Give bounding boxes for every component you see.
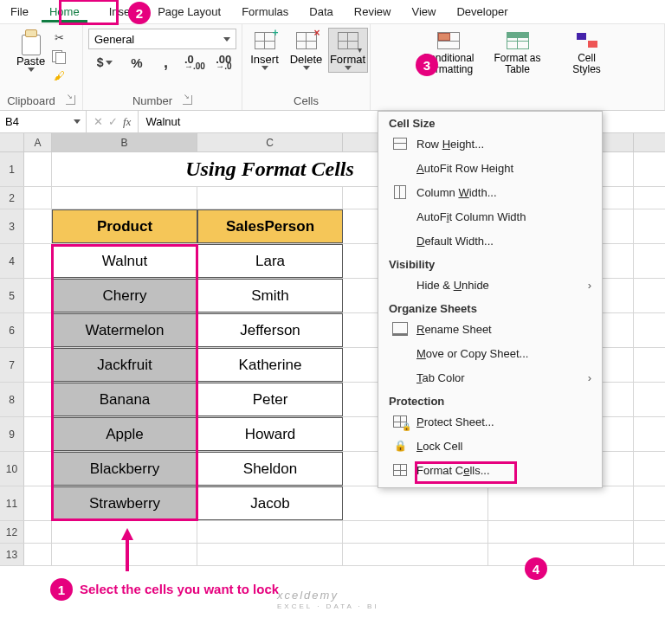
menu-move-copy[interactable]: Move or Copy Sheet... bbox=[378, 341, 602, 365]
cell[interactable] bbox=[24, 313, 52, 347]
menu-hide-unhide[interactable]: Hide & Unhide› bbox=[378, 273, 602, 297]
cell[interactable] bbox=[24, 209, 52, 243]
dialog-launcher-icon[interactable] bbox=[183, 95, 192, 105]
cell-product[interactable]: Blackberry bbox=[52, 452, 197, 486]
cell[interactable] bbox=[488, 486, 634, 520]
cell-product[interactable]: Watermelon bbox=[52, 313, 197, 347]
cell[interactable] bbox=[197, 544, 343, 565]
tab-view[interactable]: View bbox=[401, 0, 446, 23]
format-cells-button[interactable]: Format bbox=[328, 28, 368, 73]
cell[interactable] bbox=[52, 187, 197, 209]
row-head-4[interactable]: 4 bbox=[0, 244, 24, 278]
cell-salesperson[interactable]: Peter bbox=[197, 383, 343, 416]
cell[interactable] bbox=[24, 544, 52, 565]
menu-rename-sheet[interactable]: Rename Sheet bbox=[378, 317, 602, 341]
insert-cells-button[interactable]: Insert bbox=[245, 28, 285, 73]
row-head-1[interactable]: 1 bbox=[0, 152, 24, 186]
tab-home[interactable]: Home bbox=[39, 0, 90, 23]
cell-salesperson[interactable]: Jacob bbox=[197, 486, 343, 520]
select-all-box[interactable] bbox=[0, 133, 24, 151]
cell[interactable] bbox=[52, 544, 197, 565]
row-head-2[interactable]: 2 bbox=[0, 187, 24, 209]
cell[interactable] bbox=[24, 244, 52, 278]
header-product[interactable]: Product bbox=[52, 209, 197, 243]
cell[interactable] bbox=[24, 152, 52, 186]
menu-protect-sheet[interactable]: Protect Sheet... bbox=[378, 409, 602, 434]
cell[interactable] bbox=[24, 279, 52, 312]
percent-button[interactable] bbox=[124, 53, 149, 72]
menu-tab-color[interactable]: Tab Color› bbox=[378, 365, 602, 390]
increase-decimal-button[interactable]: .0→.00 bbox=[182, 53, 207, 72]
row-head-9[interactable]: 9 bbox=[0, 417, 24, 451]
row-head-8[interactable]: 8 bbox=[0, 383, 24, 416]
tab-data[interactable]: Data bbox=[299, 0, 343, 23]
tab-developer[interactable]: Developer bbox=[446, 0, 518, 23]
cell[interactable] bbox=[24, 452, 52, 486]
tab-formulas[interactable]: Formulas bbox=[231, 0, 299, 23]
cell-product[interactable]: Strawberry bbox=[52, 486, 197, 520]
cell-salesperson[interactable]: Lara bbox=[197, 244, 343, 278]
tab-file[interactable]: File bbox=[0, 0, 39, 23]
header-salesperson[interactable]: SalesPerson bbox=[197, 209, 343, 243]
row-head-3[interactable]: 3 bbox=[0, 209, 24, 243]
cell-salesperson[interactable]: Katherine bbox=[197, 348, 343, 382]
cell-salesperson[interactable]: Sheldon bbox=[197, 452, 343, 486]
cell-salesperson[interactable]: Smith bbox=[197, 279, 343, 312]
cell-product[interactable]: Cherry bbox=[52, 279, 197, 312]
delete-cells-button[interactable]: Delete bbox=[287, 28, 326, 73]
menu-row-height[interactable]: Row Height... bbox=[378, 132, 602, 156]
row-head-13[interactable]: 13 bbox=[0, 544, 24, 565]
menu-autofit-row[interactable]: AutoFit Row Height bbox=[378, 156, 602, 180]
cut-button[interactable] bbox=[50, 29, 68, 45]
tab-insert[interactable]: Insert bbox=[90, 0, 148, 23]
cell[interactable] bbox=[24, 486, 52, 520]
cell[interactable] bbox=[343, 521, 488, 543]
col-C[interactable]: C bbox=[197, 133, 343, 151]
number-format-select[interactable]: General bbox=[88, 29, 236, 49]
cell-product[interactable]: Jackfruit bbox=[52, 348, 197, 382]
cell[interactable] bbox=[343, 486, 488, 520]
menu-format-cells[interactable]: Format Cells... bbox=[378, 458, 602, 482]
cancel-formula-icon[interactable] bbox=[94, 115, 103, 128]
fx-label[interactable]: fx bbox=[123, 115, 131, 129]
row-head-5[interactable]: 5 bbox=[0, 279, 24, 312]
cell-product[interactable]: Apple bbox=[52, 417, 197, 451]
cell[interactable] bbox=[24, 383, 52, 416]
cell-salesperson[interactable]: Howard bbox=[197, 417, 343, 451]
cell[interactable] bbox=[24, 348, 52, 382]
cell[interactable] bbox=[488, 521, 634, 543]
comma-style-button[interactable] bbox=[153, 53, 178, 72]
currency-button[interactable] bbox=[88, 53, 120, 72]
cell[interactable] bbox=[24, 521, 52, 543]
row-head-11[interactable]: 11 bbox=[0, 486, 24, 520]
cell-product[interactable]: Walnut bbox=[52, 244, 197, 278]
cell[interactable] bbox=[197, 187, 343, 209]
tab-page-layout[interactable]: Page Layout bbox=[147, 0, 231, 23]
row-head-6[interactable]: 6 bbox=[0, 313, 24, 347]
decrease-decimal-button[interactable]: .00→.0 bbox=[211, 53, 236, 72]
row-head-10[interactable]: 10 bbox=[0, 452, 24, 486]
format-as-table-button[interactable]: Format as Table bbox=[484, 28, 552, 78]
name-box[interactable]: B4 bbox=[0, 111, 87, 132]
cell-product[interactable]: Banana bbox=[52, 383, 197, 416]
cell[interactable] bbox=[197, 521, 343, 543]
copy-button[interactable] bbox=[50, 48, 68, 64]
conditional-formatting-button[interactable]: Conditional Formatting bbox=[415, 28, 482, 78]
cell[interactable] bbox=[488, 544, 634, 565]
col-B[interactable]: B bbox=[52, 133, 197, 151]
format-painter-button[interactable] bbox=[50, 68, 68, 83]
cell[interactable] bbox=[24, 187, 52, 209]
cell-styles-button[interactable]: Cell Styles bbox=[553, 28, 621, 78]
col-A[interactable]: A bbox=[24, 133, 52, 151]
cell[interactable] bbox=[24, 417, 52, 451]
menu-autofit-col[interactable]: AutoFit Column Width bbox=[378, 204, 602, 229]
cell[interactable] bbox=[343, 544, 488, 565]
dialog-launcher-icon[interactable] bbox=[66, 95, 75, 105]
paste-button[interactable]: Paste bbox=[15, 28, 47, 74]
cell-salesperson[interactable]: Jefferson bbox=[197, 313, 343, 347]
row-head-12[interactable]: 12 bbox=[0, 521, 24, 543]
row-head-7[interactable]: 7 bbox=[0, 348, 24, 382]
menu-column-width[interactable]: Column Width... bbox=[378, 180, 602, 204]
menu-lock-cell[interactable]: Lock Cell bbox=[378, 434, 602, 458]
tab-review[interactable]: Review bbox=[344, 0, 402, 23]
